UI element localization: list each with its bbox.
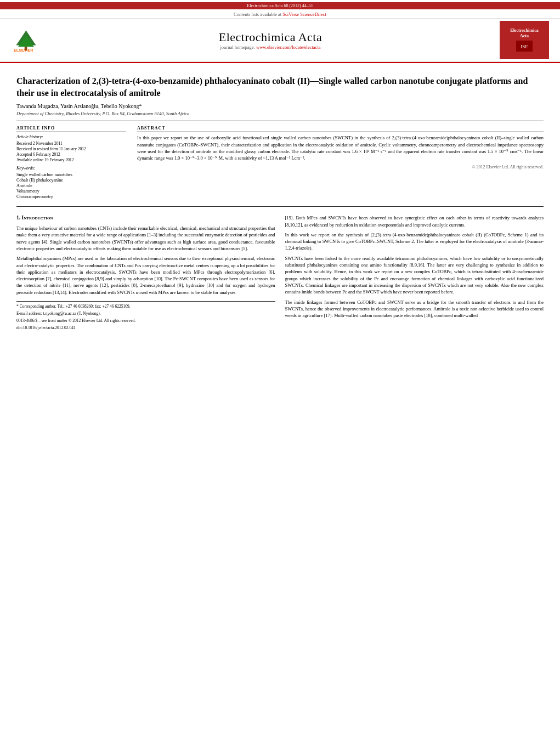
svg-text:ELSEVIER: ELSEVIER xyxy=(14,48,33,53)
kw3: Amitrole xyxy=(16,183,126,188)
footnote-doi: doi:10.1016/j.electacta.2012.02.041 xyxy=(16,325,275,331)
abstract-text: In this paper we report on the use of ca… xyxy=(137,134,544,161)
col2-para3: SWCNTs have been linked to the more read… xyxy=(285,255,544,296)
footnote-star: * Corresponding author. Tel.: +27 46 603… xyxy=(16,304,275,310)
logo-title-text: ElectrochimicaActa xyxy=(510,28,538,38)
journal-homepage: journal homepage: www.elsevier.com/locat… xyxy=(41,44,500,50)
available-row: Available online 19 February 2012 xyxy=(16,157,126,162)
divider-2 xyxy=(16,206,544,207)
footnote-email: E-mail address: t.nyokong@ru.ac.za (T. N… xyxy=(16,311,275,317)
journal-title-area: Electrochimica Acta journal homepage: ww… xyxy=(41,30,500,50)
citation-text: Electrochimica Acta 68 (2012) 44–51 xyxy=(247,3,313,8)
elsevier-tree-icon: ELSEVIER xyxy=(11,28,41,53)
footnote-section: * Corresponding author. Tel.: +27 46 603… xyxy=(16,301,275,331)
elsevier-logo-area: ELSEVIER xyxy=(11,28,41,53)
authors: Tawanda Mugadza, Yasin Arslanoğlu, Tebel… xyxy=(16,103,544,109)
available-value: Available online 19 February 2012 xyxy=(16,157,73,162)
journal-title: Electrochimica Acta xyxy=(41,30,500,44)
received-value: Received 2 November 2011 xyxy=(16,141,63,146)
journal-logo-box: ElectrochimicaActa ISE xyxy=(500,21,549,59)
abstract-header: ABSTRACT xyxy=(137,126,544,132)
received-revised-row: Received in revised form 11 January 2012 xyxy=(16,146,126,151)
kw5: Chronoamperometry xyxy=(16,194,126,199)
kw2: Cobalt (II) phthalocyanine xyxy=(16,178,126,183)
intro-para1: The unique behaviour of carbon nanotubes… xyxy=(16,225,275,252)
svg-text:ISE: ISE xyxy=(521,44,528,49)
main-content: Characterization of 2,(3)-tetra-(4-oxo-b… xyxy=(0,63,560,338)
col2-para4: The imide linkages formed between CoTOBP… xyxy=(285,299,544,319)
keywords-section: Keywords: Single walled carbon nanotubes… xyxy=(16,166,126,199)
article-history-label: Article history: xyxy=(16,134,126,139)
logo-icon: ISE xyxy=(516,41,533,52)
received-revised-value: Received in revised form 11 January 2012 xyxy=(16,146,86,151)
journal-banner: ELSEVIER Electrochimica Acta journal hom… xyxy=(0,18,560,62)
kw4: Voltammetry xyxy=(16,189,126,194)
body-columns: 1. Introduction The unique behaviour of … xyxy=(16,214,544,332)
affiliation: Department of Chemistry, Rhodes Universi… xyxy=(16,111,544,116)
received-row: Received 2 November 2011 xyxy=(16,141,126,146)
contents-label: Contents lists available at xyxy=(234,12,281,17)
copyright-line: © 2012 Elsevier Ltd. All rights reserved… xyxy=(137,165,544,169)
intro-heading: 1. Introduction xyxy=(16,214,275,222)
article-info-row: ARTICLE INFO Article history: Received 2… xyxy=(16,126,544,200)
accepted-row: Accepted 6 February 2012 xyxy=(16,152,126,157)
abstract-col: ABSTRACT In this paper we report on the … xyxy=(137,126,544,200)
kw1: Single walled carbon nanotubes xyxy=(16,172,126,177)
col2-para1: [15]. Both MPcs and SWCNTs have been obs… xyxy=(285,214,544,228)
article-title: Characterization of 2,(3)-tetra-(4-oxo-b… xyxy=(16,75,544,99)
footnote-issn: 0013-4686/$ – see front matter © 2012 El… xyxy=(16,318,275,324)
article-info-header: ARTICLE INFO xyxy=(16,126,126,132)
accepted-value: Accepted 6 February 2012 xyxy=(16,152,60,157)
col2-para2: In this work we report on the synthesis … xyxy=(285,231,544,252)
body-col-left: 1. Introduction The unique behaviour of … xyxy=(16,214,275,332)
sciverse-link[interactable]: SciVerse ScienceDirect xyxy=(282,12,326,17)
contents-line: Contents lists available at SciVerse Sci… xyxy=(0,9,560,18)
article-info-col: ARTICLE INFO Article history: Received 2… xyxy=(16,126,126,200)
keywords-label: Keywords: xyxy=(16,166,126,171)
journal-header: Electrochimica Acta 68 (2012) 44–51 Cont… xyxy=(0,0,560,63)
divider-1 xyxy=(16,121,544,121)
body-col-right: [15]. Both MPcs and SWCNTs have been obs… xyxy=(285,214,544,332)
homepage-url[interactable]: www.elsevier.com/locate/electacta xyxy=(256,44,320,50)
intro-para2: Metallophthalocyanines (MPcs) are used i… xyxy=(16,255,275,296)
citation-bar: Electrochimica Acta 68 (2012) 44–51 xyxy=(0,2,560,9)
